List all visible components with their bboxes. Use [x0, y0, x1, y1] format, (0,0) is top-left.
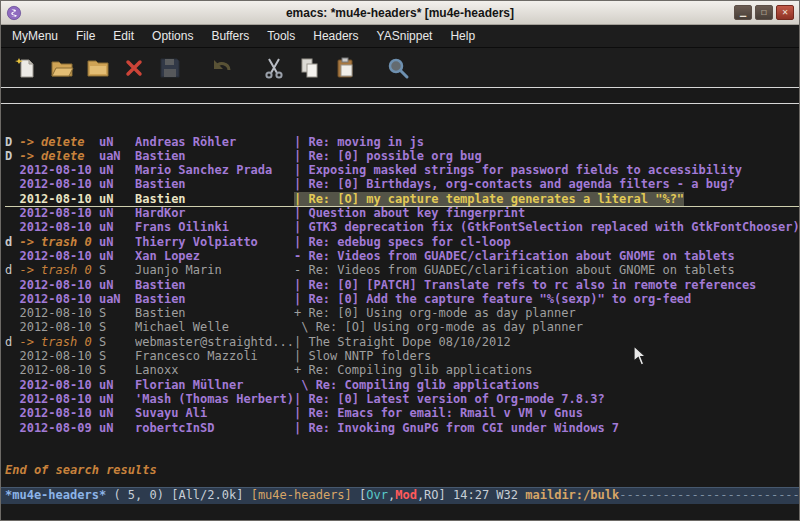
cut-button[interactable]	[259, 53, 289, 83]
message-date: 2012-08-10	[19, 306, 98, 320]
message-row[interactable]: D-> deleteuaNBastien| Re: [0] possible o…	[5, 149, 799, 163]
menu-bar: MyMenuFileEditOptionsBuffersToolsHeaders…	[1, 25, 799, 48]
close-buffer-button[interactable]	[119, 53, 149, 83]
buffer[interactable]: D-> deleteuNAndreas Röhler| Re: moving i…	[1, 104, 799, 487]
message-flags: uN	[99, 406, 135, 420]
message-row[interactable]: 2012-08-10uNBastien| Re: [0] Birthdays, …	[5, 177, 799, 191]
message-mark: d	[5, 263, 19, 277]
new-file-icon	[14, 56, 38, 80]
menu-item-edit[interactable]: Edit	[104, 26, 143, 46]
message-subject: | Exposing masked strings for password f…	[294, 163, 742, 177]
message-row[interactable]: 2012-08-10uN'Mash (Thomas Herbert)| Re: …	[5, 392, 799, 406]
menu-item-mymenu[interactable]: MyMenu	[3, 26, 67, 46]
message-subject: | Re: [0] [PATCH] Translate refs to rc a…	[294, 278, 756, 292]
message-date: -> trash 0	[19, 335, 98, 349]
message-from: Mario Sanchez Prada	[135, 163, 294, 177]
message-subject: + Re: Compiling glib applications	[294, 363, 532, 377]
message-mark: D	[5, 149, 19, 163]
message-date: 2012-08-10	[19, 177, 98, 191]
message-row[interactable]: d-> trash 0SJuanjo Marin- Re: Videos fro…	[5, 263, 799, 277]
message-row[interactable]: D-> deleteuNAndreas Röhler| Re: moving i…	[5, 135, 799, 149]
message-date: 2012-08-10	[19, 192, 98, 206]
message-from: Bastien	[135, 177, 294, 191]
message-from: 'Mash (Thomas Herbert)	[135, 392, 294, 406]
menu-item-yasnippet[interactable]: YASnippet	[368, 26, 442, 46]
modeline-buffer-name: *mu4e-headers*	[5, 488, 106, 502]
directory-icon	[86, 56, 110, 80]
message-from: Bastien	[135, 292, 294, 306]
open-file-button[interactable]	[47, 53, 77, 83]
message-flags: uaN	[99, 292, 135, 306]
message-date: 2012-08-10	[19, 320, 98, 334]
message-row[interactable]: 2012-08-10uaNBastien| Re: [0] Add the ca…	[5, 292, 799, 306]
message-date: 2012-08-09	[19, 421, 98, 435]
message-row[interactable]: 2012-08-10SLanoxx+ Re: Compiling glib ap…	[5, 363, 799, 377]
modeline-overwrite: Ovr	[366, 488, 388, 502]
message-subject: + Re: [0] Using org-mode as day planner	[294, 306, 576, 320]
message-row[interactable]: d-> trash 0uNThierry Volpiatto| Re: edeb…	[5, 235, 799, 249]
menu-item-buffers[interactable]: Buffers	[202, 26, 258, 46]
undo-icon	[210, 56, 234, 80]
message-from: webmaster@straightd...	[135, 335, 294, 349]
message-subject: | Re: [0] Add the capture feature "%(sex…	[294, 292, 691, 306]
message-row[interactable]: 2012-08-10uNBastien| Re: [O] my capture …	[5, 192, 799, 206]
menu-item-file[interactable]: File	[67, 26, 104, 46]
modeline-folder: maildir:/bulk	[525, 488, 619, 502]
paste-button[interactable]	[331, 53, 361, 83]
menu-item-options[interactable]: Options	[143, 26, 202, 46]
maximize-button[interactable]: □	[755, 5, 773, 20]
window-controls: ▁ □ ✕	[734, 5, 794, 20]
message-row[interactable]: 2012-08-10SFrancesco Mazzoli| Slow NNTP …	[5, 349, 799, 363]
minimize-button[interactable]: ▁	[734, 5, 752, 20]
message-subject: - Re: Videos from GUADEC/clarification a…	[294, 249, 735, 263]
echo-area[interactable]	[1, 504, 799, 520]
message-flags: uN	[99, 177, 135, 191]
mode-line[interactable]: *mu4e-headers* ( 5, 0) [All/2.0k] [mu4e-…	[1, 487, 799, 504]
menu-item-help[interactable]: Help	[441, 26, 484, 46]
copy-icon	[298, 56, 322, 80]
emacs-window: emacs: *mu4e-headers* [mu4e-headers] ▁ □…	[0, 0, 800, 521]
message-row[interactable]: d-> trash 0Swebmaster@straightd...| The …	[5, 335, 799, 349]
modeline-modified: Mod	[395, 488, 417, 502]
modeline-dashes: ----------------------------------------…	[619, 488, 799, 502]
message-row[interactable]: 2012-08-10uNHardKor| Question about key …	[5, 206, 799, 220]
message-flags: S	[99, 320, 135, 334]
undo-button[interactable]	[207, 53, 237, 83]
copy-button[interactable]	[295, 53, 325, 83]
message-date: -> delete	[19, 135, 98, 149]
message-from: Francesco Mazzoli	[135, 349, 294, 363]
message-subject: \ Re: [O] Using org-mode as day planner	[294, 320, 583, 334]
message-subject: | Re: Invoking GnuPG from CGI under Wind…	[294, 421, 619, 435]
new-file-button[interactable]	[11, 53, 41, 83]
message-row[interactable]: 2012-08-10uNSuvayu Ali| Re: Emacs for em…	[5, 406, 799, 420]
message-flags: S	[99, 349, 135, 363]
search-button[interactable]	[383, 53, 413, 83]
close-button[interactable]: ✕	[776, 5, 794, 20]
message-row[interactable]: 2012-08-10uNBastien| Re: [0] [PATCH] Tra…	[5, 278, 799, 292]
message-row[interactable]: 2012-08-10SMichael Welle \ Re: [O] Using…	[5, 320, 799, 334]
message-flags: uN	[99, 392, 135, 406]
message-flags: S	[99, 263, 135, 277]
message-date: 2012-08-10	[19, 292, 98, 306]
message-flags: uN	[99, 378, 135, 392]
menu-item-tools[interactable]: Tools	[258, 26, 304, 46]
message-subject: | Re: edebug specs for cl-loop	[294, 235, 511, 249]
modeline-major-mode: [mu4e-headers]	[251, 488, 352, 502]
save-buffer-button[interactable]	[155, 53, 185, 83]
message-date: 2012-08-10	[19, 163, 98, 177]
message-row[interactable]: 2012-08-10uNFlorian Müllner \ Re: Compil…	[5, 378, 799, 392]
message-date: -> trash 0	[19, 235, 98, 249]
message-row[interactable]: 2012-08-10uNFrans Oilinki| GTK3 deprecat…	[5, 220, 799, 234]
message-flags: S	[99, 306, 135, 320]
message-flags: uaN	[99, 149, 135, 163]
message-row[interactable]: 2012-08-09uNrobertcInSD| Re: Invoking Gn…	[5, 421, 799, 435]
message-row[interactable]: 2012-08-10SBastien+ Re: [0] Using org-mo…	[5, 306, 799, 320]
message-row[interactable]: 2012-08-10uNXan Lopez- Re: Videos from G…	[5, 249, 799, 263]
message-from: Juanjo Marin	[135, 263, 294, 277]
message-from: Bastien	[135, 306, 294, 320]
message-row[interactable]: 2012-08-10uNMario Sanchez Prada| Exposin…	[5, 163, 799, 177]
message-date: 2012-08-10	[19, 220, 98, 234]
message-subject: | Question about key fingerprint	[294, 206, 525, 220]
menu-item-headers[interactable]: Headers	[304, 26, 367, 46]
directory-button[interactable]	[83, 53, 113, 83]
